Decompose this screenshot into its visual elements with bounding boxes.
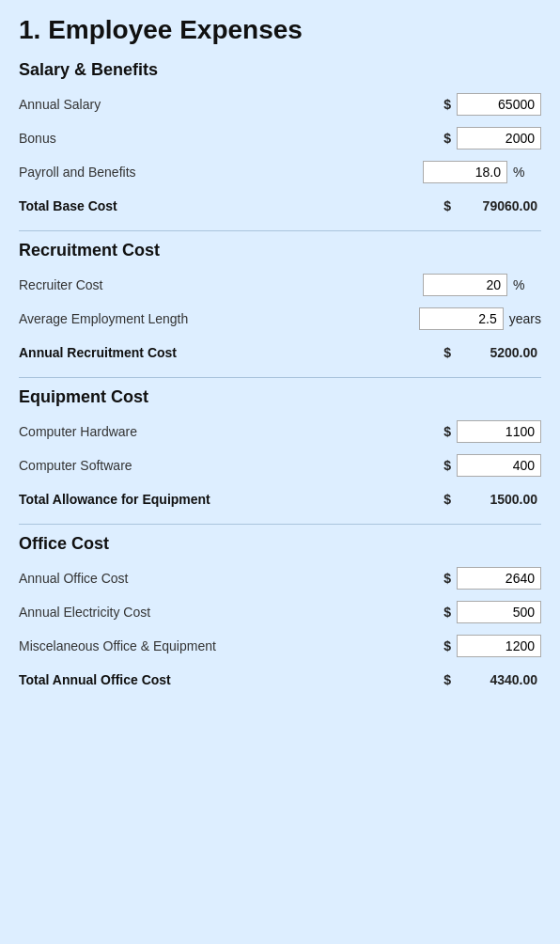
row-input-equipment-cost-1[interactable] <box>457 454 541 477</box>
row-label-office-cost-0: Annual Office Cost <box>19 571 440 586</box>
total-dollar-office-cost: $ <box>443 672 451 687</box>
row-input-equipment-cost-0[interactable] <box>457 420 541 443</box>
total-dollar-recruitment-cost: $ <box>443 345 451 360</box>
row-label-salary-benefits-2: Payroll and Benefits <box>19 165 423 180</box>
page-title: 1. Employee Expenses <box>19 15 541 45</box>
row-input-office-cost-2[interactable] <box>457 635 541 657</box>
row-office-cost-0: Annual Office Cost$ <box>19 565 541 591</box>
row-office-cost-1: Annual Electricity Cost$ <box>19 599 541 625</box>
row-label-equipment-cost-1: Computer Software <box>19 458 440 473</box>
section-title-recruitment-cost: Recruitment Cost <box>19 241 541 260</box>
row-label-office-cost-1: Annual Electricity Cost <box>19 605 440 620</box>
row-input-office-cost-1[interactable] <box>457 601 541 623</box>
row-dollar-office-cost-1: $ <box>440 605 451 620</box>
section-title-equipment-cost: Equipment Cost <box>19 387 541 407</box>
row-recruitment-cost-1: Average Employment Lengthyears <box>19 306 541 332</box>
row-dollar-salary-benefits-1: $ <box>440 131 451 146</box>
total-dollar-salary-benefits: $ <box>443 198 451 213</box>
total-value-equipment-cost: 1500.00 <box>457 492 541 507</box>
row-dollar-office-cost-0: $ <box>440 571 451 586</box>
row-recruitment-cost-0: Recruiter Cost% <box>19 272 541 298</box>
row-dollar-office-cost-2: $ <box>440 638 451 653</box>
section-office-cost: Office CostAnnual Office Cost$Annual Ele… <box>19 534 541 704</box>
row-input-office-cost-0[interactable] <box>457 567 541 590</box>
row-input-salary-benefits-2[interactable] <box>423 161 507 183</box>
total-value-recruitment-cost: 5200.00 <box>457 345 541 360</box>
row-unit-recruitment-cost-1: years <box>509 311 541 326</box>
row-label-salary-benefits-1: Bonus <box>19 131 440 146</box>
row-label-salary-benefits-0: Annual Salary <box>19 97 440 112</box>
row-unit-salary-benefits-2: % <box>513 165 541 180</box>
total-row-office-cost: Total Annual Office Cost$4340.00 <box>19 667 541 693</box>
row-salary-benefits-1: Bonus$ <box>19 125 541 151</box>
total-row-equipment-cost: Total Allowance for Equipment$1500.00 <box>19 486 541 512</box>
section-equipment-cost: Equipment CostComputer Hardware$Computer… <box>19 387 541 525</box>
row-input-recruitment-cost-0[interactable] <box>423 274 507 296</box>
row-input-salary-benefits-0[interactable] <box>457 93 541 116</box>
row-label-recruitment-cost-1: Average Employment Length <box>19 311 419 326</box>
total-row-recruitment-cost: Annual Recruitment Cost$5200.00 <box>19 339 541 366</box>
total-label-office-cost: Total Annual Office Cost <box>19 672 443 687</box>
row-label-recruitment-cost-0: Recruiter Cost <box>19 277 423 292</box>
total-label-recruitment-cost: Annual Recruitment Cost <box>19 345 443 360</box>
section-recruitment-cost: Recruitment CostRecruiter Cost%Average E… <box>19 241 541 378</box>
row-dollar-salary-benefits-0: $ <box>440 97 451 112</box>
row-office-cost-2: Miscelaneous Office & Equipment$ <box>19 633 541 659</box>
row-salary-benefits-0: Annual Salary$ <box>19 91 541 118</box>
row-input-recruitment-cost-1[interactable] <box>419 307 504 330</box>
row-equipment-cost-0: Computer Hardware$ <box>19 418 541 445</box>
total-label-salary-benefits: Total Base Cost <box>19 198 443 213</box>
row-salary-benefits-2: Payroll and Benefits% <box>19 159 541 185</box>
total-label-equipment-cost: Total Allowance for Equipment <box>19 492 443 507</box>
row-label-office-cost-2: Miscelaneous Office & Equipment <box>19 638 440 653</box>
row-unit-recruitment-cost-0: % <box>513 277 541 292</box>
section-title-salary-benefits: Salary & Benefits <box>19 60 541 80</box>
row-dollar-equipment-cost-0: $ <box>440 424 451 439</box>
row-dollar-equipment-cost-1: $ <box>440 458 451 473</box>
section-salary-benefits: Salary & BenefitsAnnual Salary$Bonus$Pay… <box>19 60 541 231</box>
total-value-salary-benefits: 79060.00 <box>457 198 541 213</box>
total-value-office-cost: 4340.00 <box>457 672 541 687</box>
row-label-equipment-cost-0: Computer Hardware <box>19 424 440 439</box>
section-title-office-cost: Office Cost <box>19 534 541 554</box>
total-row-salary-benefits: Total Base Cost$79060.00 <box>19 193 541 219</box>
row-input-salary-benefits-1[interactable] <box>457 127 541 149</box>
total-dollar-equipment-cost: $ <box>443 492 451 507</box>
row-equipment-cost-1: Computer Software$ <box>19 452 541 479</box>
